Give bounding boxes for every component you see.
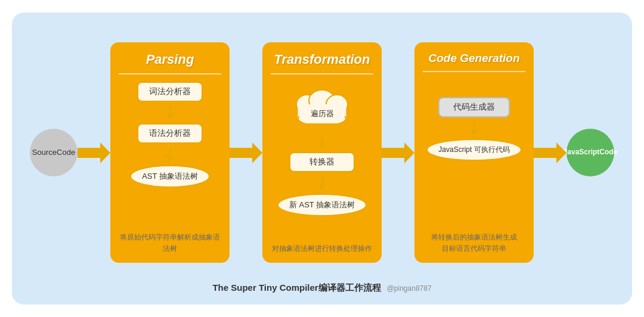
new-ast-box: 新 AST 抽象语法树 (277, 194, 367, 216)
transformation-desc: 对抽象语法树进行转换处理操作 (272, 237, 372, 254)
codegen-box: 代码生成器 (438, 97, 510, 117)
parsing-divider (119, 73, 221, 74)
js-line1: JavaScript (564, 148, 600, 157)
traverser-cloud: 遍历器 (292, 88, 352, 123)
parser-box: 语法分析器 (137, 123, 203, 144)
down-arrow-5 (470, 121, 478, 135)
codegen-content: 代码生成器 JavaScript 可执行代码 (423, 79, 525, 226)
svg-text:遍历器: 遍历器 (311, 109, 334, 118)
codegen-desc: 将转换后的抽象语法树生成 目标语言代码字符串 (431, 226, 517, 254)
codegen-divider (423, 71, 525, 72)
transformation-phase: Transformation (262, 42, 382, 263)
ast-box: AST 抽象语法树 (130, 165, 210, 188)
code-generation-phase: Code Generation 代码生成器 JavaScript 可执行代码 将… (414, 42, 534, 263)
source-line1: Source (32, 148, 57, 158)
down-arrow-2 (166, 147, 174, 161)
parsing-phase: Parsing 词法分析器 语法分析器 AST 抽象语法树 将原始代码字符串解析… (110, 42, 230, 263)
transformation-divider (271, 73, 373, 74)
arrow-to-codegen (382, 139, 414, 166)
parsing-desc: 将原始代码字符串解析成抽象语法树 (119, 226, 221, 254)
source-code-node: Source Code (30, 129, 78, 176)
diagram-area: Source Code Parsing 词法分析器 语法分析器 (12, 42, 632, 263)
js-line2: Code (599, 148, 617, 157)
lexer-box: 词法分析器 (137, 82, 203, 102)
js-output-box: JavaScript 可执行代码 (426, 139, 521, 161)
down-arrow-4 (318, 176, 326, 190)
parsing-content: 词法分析器 语法分析器 AST 抽象语法树 (119, 82, 221, 226)
transformation-title: Transformation (274, 52, 370, 67)
js-code-node: JavaScript Code (566, 129, 614, 176)
down-arrow-1 (166, 105, 174, 120)
parsing-title: Parsing (146, 52, 194, 67)
arrow-to-js (534, 139, 566, 166)
main-title-text: The Super Tiny Compiler编译器工作流程 (212, 282, 380, 294)
subtitle-text: @pingan8787 (387, 284, 432, 293)
svg-marker-0 (78, 142, 110, 163)
arrow-to-parsing (78, 139, 110, 166)
source-line2: Code (57, 148, 75, 158)
main-container: Source Code Parsing 词法分析器 语法分析器 (12, 13, 632, 304)
svg-marker-12 (534, 142, 566, 163)
svg-marker-11 (382, 142, 414, 163)
svg-marker-1 (230, 142, 262, 163)
bottom-title-area: The Super Tiny Compiler编译器工作流程 @pingan87… (212, 282, 431, 294)
down-arrow-3 (318, 134, 326, 148)
codegen-title: Code Generation (428, 52, 519, 65)
transformer-box: 转换器 (289, 152, 355, 172)
arrow-to-transformation (230, 139, 262, 166)
transformation-content: 遍历器 转换器 新 AST 抽象语法树 (271, 82, 373, 237)
